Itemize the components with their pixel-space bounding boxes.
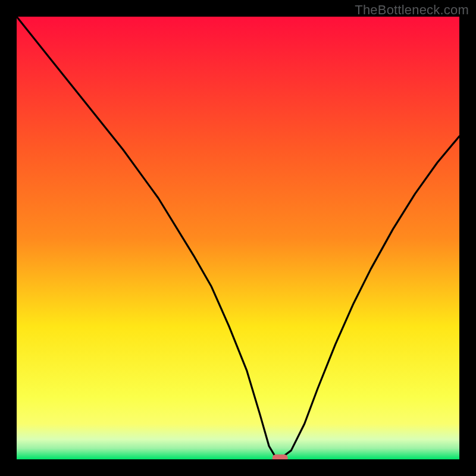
plot-area bbox=[17, 17, 459, 459]
bottleneck-chart bbox=[17, 17, 459, 459]
watermark-label: TheBottleneck.com bbox=[355, 2, 469, 18]
background-gradient bbox=[17, 17, 459, 459]
chart-frame: TheBottleneck.com bbox=[0, 0, 476, 476]
optimal-point-marker bbox=[273, 455, 288, 459]
